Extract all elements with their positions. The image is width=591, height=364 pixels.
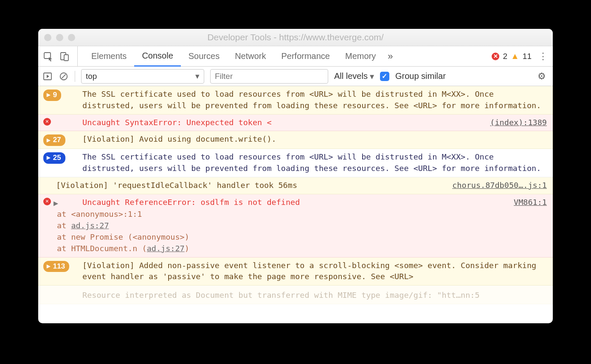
group-badge[interactable]: ▶ 27	[43, 134, 65, 146]
tab-memory[interactable]: Memory	[338, 46, 383, 66]
toggle-drawer-icon[interactable]	[42, 71, 53, 81]
svg-rect-2	[64, 55, 68, 61]
toggle-device-icon[interactable]	[59, 51, 70, 62]
error-icon: ✕	[492, 53, 499, 60]
tab-elements[interactable]: Elements	[84, 46, 134, 66]
group-badge[interactable]: ▶ 25	[43, 152, 65, 164]
message-text: [Violation] 'requestIdleCallback' handle…	[56, 180, 297, 191]
more-tabs-icon[interactable]: »	[383, 51, 397, 62]
kebab-menu-icon[interactable]: ⋮	[537, 51, 549, 62]
warning-count: 11	[523, 52, 532, 61]
tab-sources[interactable]: Sources	[181, 46, 227, 66]
chevron-down-icon: ▾	[370, 71, 374, 81]
zoom-button[interactable]	[68, 34, 75, 41]
traffic-lights	[44, 34, 75, 41]
expand-icon[interactable]: ▶	[53, 198, 58, 209]
chevron-down-icon: ▾	[195, 71, 200, 81]
message-text: [Violation] Added non-passive event list…	[82, 261, 541, 281]
message-text: The SSL certificate used to load resourc…	[82, 152, 541, 173]
message-source-link[interactable]: VM861:1	[514, 197, 547, 209]
inspect-element-icon[interactable]	[43, 51, 53, 62]
console-message[interactable]: ▶ 25The SSL certificate used to load res…	[38, 149, 553, 177]
console-message[interactable]: Resource interpreted as Document but tra…	[38, 286, 553, 304]
console-message[interactable]: ▶ 113[Violation] Added non-passive event…	[38, 258, 553, 286]
message-source-link[interactable]: (index):1389	[490, 117, 547, 129]
gear-icon[interactable]: ⚙	[538, 71, 549, 82]
console-message[interactable]: ▶ 27[Violation] Avoid using document.wri…	[38, 131, 553, 149]
stack-trace: at <anonymous>:1:1at ad.js:27at new Prom…	[43, 209, 547, 254]
console-message[interactable]: ▶ 9The SSL certificate used to load reso…	[38, 86, 553, 115]
console-messages[interactable]: ▶ 9The SSL certificate used to load reso…	[38, 86, 553, 323]
message-text: Uncaught ReferenceError: osdlfm is not d…	[82, 198, 300, 207]
panel-tabs: Elements Console Sources Network Perform…	[84, 46, 397, 66]
error-count: 2	[503, 52, 507, 61]
group-badge[interactable]: ▶ 113	[43, 261, 69, 272]
levels-label: All levels	[334, 71, 368, 81]
message-text: [Violation] Avoid using document.write()…	[82, 134, 276, 143]
tab-performance[interactable]: Performance	[274, 46, 338, 66]
window-title: Developer Tools - https://www.theverge.c…	[38, 32, 553, 42]
group-badge[interactable]: ▶ 9	[43, 90, 61, 101]
clear-console-icon[interactable]	[59, 71, 69, 81]
console-message[interactable]: ✕▶Uncaught ReferenceError: osdlfm is not…	[38, 194, 553, 258]
error-icon: ✕	[43, 118, 51, 126]
close-button[interactable]	[44, 34, 51, 41]
window-titlebar: Developer Tools - https://www.theverge.c…	[38, 29, 553, 46]
message-text: Uncaught SyntaxError: Unexpected token <	[82, 118, 272, 127]
group-similar-checkbox[interactable]: ✓	[380, 72, 389, 81]
message-text: Resource interpreted as Document but tra…	[82, 291, 480, 300]
status-indicators[interactable]: ✕ 2 ▲ 11	[487, 51, 537, 61]
console-message[interactable]: ✕Uncaught SyntaxError: Unexpected token …	[38, 115, 553, 132]
warning-icon: ▲	[511, 51, 519, 61]
stack-link[interactable]: ad.js:27	[71, 221, 109, 230]
main-tabs-row: Elements Console Sources Network Perform…	[38, 46, 553, 67]
console-message[interactable]: [Violation] 'requestIdleCallback' handle…	[38, 177, 553, 194]
minimize-button[interactable]	[56, 34, 63, 41]
tab-console[interactable]: Console	[134, 47, 180, 67]
message-text: The SSL certificate used to load resourc…	[82, 90, 541, 110]
error-icon: ✕	[43, 198, 51, 205]
message-source-link[interactable]: chorus.87db050….js:1	[452, 180, 547, 191]
filter-input[interactable]	[210, 69, 328, 84]
console-toolbar: top ▾ All levels ▾ ✓ Group similar ⚙	[38, 67, 553, 86]
stack-link[interactable]: ad.js:27	[147, 244, 185, 253]
context-select[interactable]: top ▾	[81, 69, 204, 84]
log-levels-select[interactable]: All levels ▾	[334, 71, 374, 81]
context-value: top	[86, 72, 97, 81]
group-similar-label: Group similar	[395, 71, 446, 81]
devtools-window: Developer Tools - https://www.theverge.c…	[38, 29, 553, 323]
tab-network[interactable]: Network	[227, 46, 273, 66]
